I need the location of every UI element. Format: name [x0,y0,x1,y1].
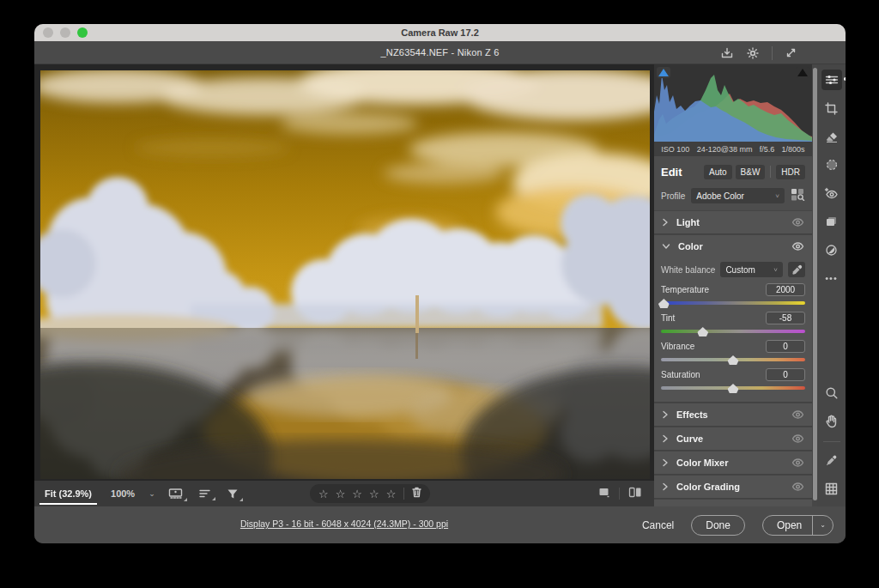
versions-tool-button[interactable] [821,211,842,232]
section-light-header[interactable]: Light [654,211,812,233]
slider-value-input[interactable]: -58 [766,312,805,324]
open-button[interactable]: Open [763,516,812,535]
bottom-bar: Display P3 - 16 bit - 6048 x 4024 (24.3M… [34,506,846,543]
rating-pill: ☆☆☆☆☆ [310,484,430,503]
titlebar: Camera Raw 17.2 [34,24,846,41]
red-eye-tool-button[interactable] [821,183,842,203]
image-canvas[interactable]: Fit (32.9%) 100% ⌄ ☆☆☆☆☆ [34,64,654,506]
section-color-header[interactable]: Color [654,235,812,258]
zoom-options-chevron-icon[interactable]: ⌄ [143,489,161,498]
bw-button[interactable]: B&W [736,165,766,179]
color-sliders: Temperature 2000 [661,282,805,393]
color-visibility-eye-icon[interactable] [791,242,804,251]
slider-handle[interactable] [697,327,708,336]
slider-handle[interactable] [728,384,739,393]
grid-overlay-tool-button[interactable] [821,478,842,499]
tool-sidebar: ••• [817,64,846,506]
filmstrip-icon[interactable] [168,488,183,500]
exif-value: 24-120@38 mm [697,145,753,154]
profile-label: Profile [661,191,685,201]
scrollbar-thumb[interactable] [813,68,817,500]
section-header[interactable]: Color Mixer [654,452,812,474]
more-tools-button[interactable]: ••• [821,268,842,288]
fullscreen-toggle-icon[interactable] [785,46,797,59]
edit-panel-title: Edit [661,166,682,179]
camera-raw-window: Camera Raw 17.2 _NZ63544.NEF - Nikon Z 6 [34,24,846,543]
done-button[interactable]: Done [691,515,745,536]
section-collapsed: Curve [654,427,812,451]
highlight-clipping-indicator[interactable] [796,67,809,78]
slider-row: Vibrance 0 [661,339,805,365]
workflow-options-link[interactable]: Display P3 - 16 bit - 6048 x 4024 (24.3M… [240,518,448,529]
star-icon[interactable]: ☆ [336,488,346,500]
zoom-tool-button[interactable] [821,383,842,403]
histogram[interactable] [654,64,812,142]
section-color: Color White balance Custom˅ [654,234,812,403]
white-balance-dropdown[interactable]: Custom˅ [720,262,783,277]
before-after-view-icon[interactable] [628,486,642,501]
visibility-eye-icon[interactable] [791,482,804,491]
window-title: Camera Raw 17.2 [34,27,846,38]
section-header[interactable]: Curve [654,427,812,450]
section-header[interactable]: Color Grading [654,476,812,498]
chevron-right-icon [662,218,669,227]
slider-label: Vibrance [661,342,694,351]
star-icon[interactable]: ☆ [369,488,379,500]
visibility-eye-icon[interactable] [791,410,804,419]
white-balance-label: White balance [661,265,715,275]
slider-track[interactable] [661,330,805,333]
slider-track[interactable] [661,301,805,305]
exif-value: 1/800s [782,145,805,154]
hand-tool-button[interactable] [821,411,842,432]
masking-tool-button[interactable] [821,155,842,175]
cancel-button[interactable]: Cancel [642,519,674,531]
chevron-right-icon [662,434,669,443]
filter-icon[interactable] [227,488,239,500]
slider-label: Saturation [661,370,700,379]
slider-handle[interactable] [728,355,739,365]
auto-button[interactable]: Auto [704,165,732,179]
photo-preview[interactable] [40,70,650,479]
slider-row: Saturation 0 [661,367,805,393]
color-sampler-tool-button[interactable] [821,450,842,470]
hdr-button[interactable]: HDR [776,165,805,179]
visibility-eye-icon[interactable] [791,434,804,443]
save-image-icon[interactable] [720,46,734,60]
slider-handle[interactable] [658,299,670,308]
open-options-chevron-icon[interactable]: ⌄ [812,516,833,535]
section-header[interactable]: Effects [654,403,812,426]
crop-tool-button[interactable] [821,98,842,118]
visibility-eye-icon[interactable] [791,458,804,467]
slider-value-input[interactable]: 0 [766,340,805,353]
presets-tool-button[interactable] [821,239,842,260]
slider-label: Temperature [661,285,709,294]
slider-value-input[interactable]: 0 [766,368,805,381]
healing-tool-button[interactable] [821,126,842,147]
star-rating: ☆☆☆☆☆ [318,488,396,500]
document-header: _NZ63544.NEF - Nikon Z 6 [34,41,846,64]
edit-tool-button[interactable] [821,70,842,90]
preferences-gear-icon[interactable] [746,46,760,60]
light-visibility-eye-icon[interactable] [791,218,804,227]
star-icon[interactable]: ☆ [386,488,397,500]
chevron-right-icon [662,410,669,419]
section-header[interactable]: Detail [654,500,812,506]
single-view-icon[interactable] [598,486,610,501]
delete-trash-icon[interactable] [412,486,421,501]
sort-order-icon[interactable] [198,488,211,499]
star-icon[interactable]: ☆ [318,488,329,500]
section-light: Light [654,210,812,234]
profile-dropdown[interactable]: Adobe Color˅ [691,188,785,203]
chevron-right-icon [662,458,669,467]
exif-value: ISO 100 [661,145,689,154]
slider-value-input[interactable]: 2000 [766,283,805,296]
section-collapsed: Effects [654,403,812,427]
section-collapsed: Detail [654,499,812,506]
fit-zoom-tab[interactable]: Fit (32.9%) [34,481,102,506]
zoom-100-tab[interactable]: 100% [102,488,143,499]
star-icon[interactable]: ☆ [352,488,362,500]
canvas-toolbar: Fit (32.9%) 100% ⌄ ☆☆☆☆☆ [34,481,654,506]
shadow-clipping-indicator[interactable] [657,67,670,78]
white-balance-eyedropper-icon[interactable] [788,262,805,277]
browse-profiles-icon[interactable] [791,188,805,204]
